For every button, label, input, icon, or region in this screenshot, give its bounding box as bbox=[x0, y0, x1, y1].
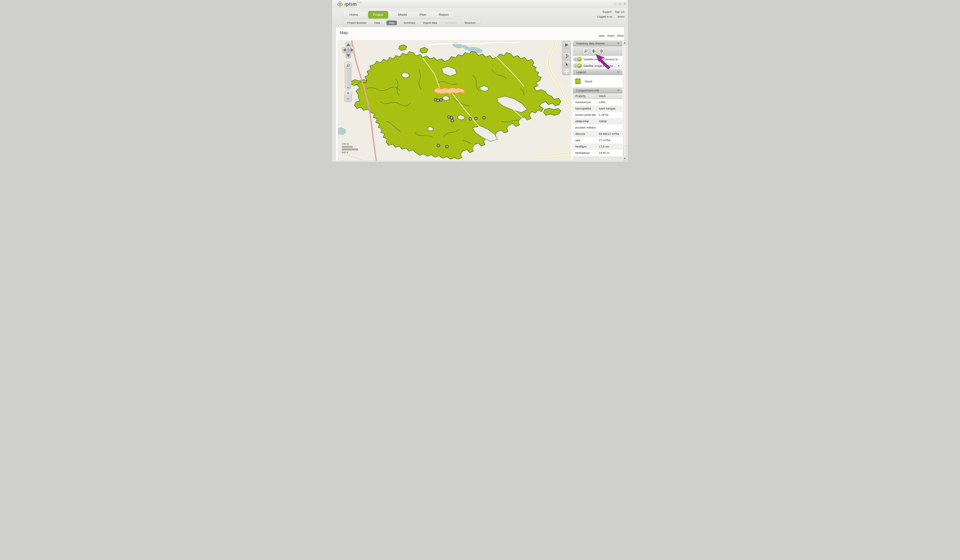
collapse-triangle-icon bbox=[617, 90, 620, 91]
search-icon bbox=[584, 50, 587, 53]
value-column-header: Value bbox=[597, 93, 622, 99]
table-row: keskilpm 17.4 cm bbox=[573, 144, 622, 150]
app-name: ıptım bbox=[344, 1, 357, 7]
layer-label-1[interactable]: Satellite image inventory fo... bbox=[583, 58, 622, 61]
value-cell: 17 m²/ha bbox=[597, 137, 622, 144]
value-cell: 84.46212 m³/ha bbox=[597, 131, 622, 137]
page-title: Map bbox=[340, 30, 348, 35]
up-arrow-icon bbox=[624, 42, 626, 43]
signout-link[interactable]: Sign out bbox=[615, 10, 624, 13]
scale-imperial-label: 500 ft bbox=[342, 151, 358, 154]
theme-search-button[interactable] bbox=[582, 48, 589, 55]
property-cell: pääpuulaji bbox=[573, 118, 597, 125]
value-cell: mänty bbox=[597, 118, 622, 125]
legend-body: Stand bbox=[573, 75, 622, 87]
panel-scrollbar[interactable] bbox=[623, 40, 626, 161]
select-tool-button[interactable] bbox=[563, 60, 571, 67]
move-tool-button[interactable] bbox=[563, 68, 571, 75]
subtab-summary[interactable]: Summary bbox=[402, 21, 416, 25]
scroll-down-button[interactable] bbox=[623, 156, 626, 160]
user-links: Support Sign out bbox=[600, 10, 624, 13]
logged-in-status: Logged in as: breno bbox=[597, 15, 624, 18]
table-row: kuvion pinta-ala 1.28 ha bbox=[573, 112, 622, 118]
logged-in-label: Logged in as: bbox=[597, 15, 613, 18]
table-row: puuston mittaus bbox=[573, 125, 622, 131]
scrollbar-thumb[interactable] bbox=[623, 146, 626, 156]
collapse-triangle-icon bbox=[617, 43, 620, 44]
map-scale-bar: 100 m 500 ft bbox=[342, 142, 358, 154]
table-row: ppa 17 m²/ha bbox=[573, 137, 622, 144]
tab-report[interactable]: Report bbox=[436, 12, 451, 18]
subtab-import-data[interactable]: Import data bbox=[422, 21, 438, 25]
themes-title: Inventory data themes bbox=[576, 42, 605, 45]
themes-toolbar bbox=[573, 46, 622, 56]
version-label: 0.1.0 bbox=[357, 2, 362, 3]
zoom-slider[interactable] bbox=[345, 61, 351, 90]
tab-project[interactable]: Project bbox=[368, 11, 388, 19]
zoom-slider-handle[interactable] bbox=[344, 62, 352, 69]
order-layers-button[interactable] bbox=[598, 48, 605, 55]
compartment-section-header[interactable]: Compartment info bbox=[573, 87, 622, 93]
map-canvas[interactable] bbox=[338, 40, 571, 161]
stand-color-swatch bbox=[575, 78, 581, 84]
down-arrow-icon bbox=[624, 158, 626, 159]
support-link[interactable]: Support bbox=[602, 10, 611, 13]
property-cell: keskilpm bbox=[573, 144, 597, 150]
layer-row-2: Satellite image inventor... ▼ bbox=[573, 62, 622, 69]
subtab-map[interactable]: Map bbox=[387, 21, 397, 25]
app-logo: ıptım 0.1.0 bbox=[337, 1, 362, 8]
scroll-up-button[interactable] bbox=[623, 40, 626, 45]
arrows-inward-icon bbox=[564, 54, 569, 58]
forest-stands bbox=[350, 45, 561, 159]
panel-filler bbox=[573, 156, 622, 161]
tab-home[interactable]: Home bbox=[347, 12, 361, 18]
main-nav: Home Project Model Plan Report bbox=[343, 11, 455, 18]
pan-compass[interactable] bbox=[342, 42, 355, 59]
value-cell: 1443 bbox=[597, 99, 622, 106]
layer-toggle-1[interactable] bbox=[573, 57, 582, 61]
table-row: kuviotunnus 1443 bbox=[573, 99, 622, 106]
plus-icon bbox=[592, 49, 595, 53]
scale-bar-imperial bbox=[342, 149, 358, 150]
map-tools bbox=[562, 41, 571, 75]
value-cell: 1.28 ha bbox=[597, 112, 622, 118]
revert-action[interactable]: revert bbox=[607, 34, 614, 37]
minimize-button[interactable]: – bbox=[613, 2, 617, 6]
subtab-project-browser[interactable]: Project browser bbox=[346, 21, 368, 25]
property-column-header: Property bbox=[573, 93, 597, 99]
subtab-validation: Validation bbox=[444, 21, 458, 25]
tab-plan[interactable]: Plan bbox=[417, 12, 429, 18]
table-row: keskipituus 14.92 m bbox=[573, 150, 622, 156]
value-cell: 14.92 m bbox=[597, 150, 622, 156]
zoom-out-button[interactable]: − bbox=[344, 96, 352, 101]
themes-section-header[interactable]: Inventory data themes bbox=[573, 40, 622, 46]
save-action[interactable]: save bbox=[598, 34, 605, 37]
layer-toggle-2[interactable] bbox=[573, 64, 582, 68]
logo-tree-icon bbox=[337, 1, 343, 8]
zoom-extent-button[interactable] bbox=[563, 53, 571, 59]
play-tool-button[interactable] bbox=[563, 42, 571, 48]
collapse-triangle-icon bbox=[617, 72, 620, 73]
magnifier-icon bbox=[346, 64, 350, 67]
property-cell: kasvupaikka bbox=[573, 106, 597, 112]
subtab-structure[interactable]: Structure bbox=[463, 21, 477, 25]
close-action[interactable]: close bbox=[617, 34, 624, 37]
compartment-title: Compartment info bbox=[576, 89, 599, 92]
zoom-in-button[interactable]: + bbox=[344, 90, 352, 96]
zoom-buttons: + − bbox=[344, 90, 352, 102]
layer-label-2[interactable]: Satellite image inventor... bbox=[583, 64, 618, 67]
legend-title: Legend bbox=[576, 70, 586, 74]
subtab-data[interactable]: Data bbox=[373, 21, 381, 25]
table-row: pääpuulaji mänty bbox=[573, 118, 622, 125]
mountain-icon bbox=[346, 86, 350, 88]
add-theme-button[interactable] bbox=[590, 48, 597, 55]
layer-order-icon bbox=[600, 49, 603, 53]
close-button[interactable]: × bbox=[622, 2, 626, 6]
legend-section-header[interactable]: Legend bbox=[573, 69, 622, 75]
layer-dropdown-icon[interactable]: ▼ bbox=[618, 65, 620, 67]
tab-model[interactable]: Model bbox=[395, 12, 410, 18]
header: Home Project Model Plan Report Support S… bbox=[332, 8, 628, 27]
table-row: kasvupaikka tuore kangas bbox=[573, 106, 622, 112]
maximize-button[interactable]: + bbox=[618, 2, 622, 6]
property-cell: puuston mittaus bbox=[573, 125, 597, 131]
